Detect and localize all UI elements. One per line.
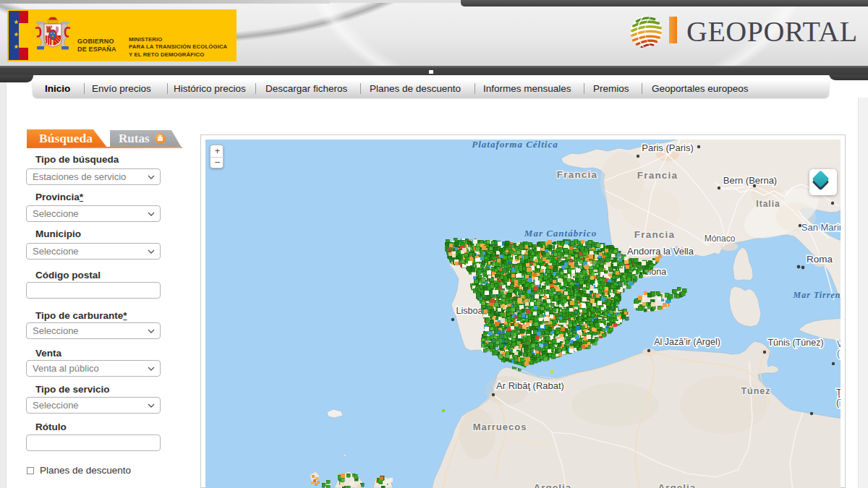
svg-text:Tūnis (Túnez): Tūnis (Túnez) bbox=[767, 338, 823, 348]
svg-text:Paris (Paris): Paris (Paris) bbox=[642, 142, 694, 153]
svg-text:Argelia: Argelia bbox=[534, 482, 572, 488]
svg-text:Mar Cantábrico: Mar Cantábrico bbox=[524, 228, 597, 239]
svg-text:Mónaco: Mónaco bbox=[705, 234, 736, 244]
svg-text:Ar Ribāţ (Rabat): Ar Ribāţ (Rabat) bbox=[496, 380, 564, 391]
svg-text:Italia: Italia bbox=[756, 199, 780, 209]
svg-text:Túnez: Túnez bbox=[741, 386, 770, 396]
svg-text:San Marino: San Marino bbox=[801, 222, 841, 233]
svg-text:(La Valletta): (La Valletta) bbox=[837, 348, 841, 359]
svg-text:Valletta: Valletta bbox=[837, 339, 841, 349]
svg-text:Al Jazā’ir (Argel): Al Jazā’ir (Argel) bbox=[654, 337, 720, 347]
svg-text:Francia: Francia bbox=[557, 169, 597, 180]
svg-text:Roma: Roma bbox=[807, 254, 833, 265]
svg-text:Francia: Francia bbox=[634, 229, 675, 240]
svg-text:(Trípoli): (Trípoli) bbox=[836, 398, 841, 408]
svg-text:Mar Tirreno: Mar Tirreno bbox=[793, 290, 841, 300]
svg-text:Bern (Berna): Bern (Berna) bbox=[723, 175, 777, 186]
svg-text:Argelia: Argelia bbox=[658, 482, 697, 488]
svg-text:Francia: Francia bbox=[637, 170, 678, 181]
svg-text:Ţarābulus: Ţarābulus bbox=[836, 388, 841, 398]
svg-text:Lisboa: Lisboa bbox=[456, 306, 483, 316]
svg-text:Marruecos: Marruecos bbox=[473, 421, 527, 432]
svg-text:Plataforma Céltica: Plataforma Céltica bbox=[472, 140, 558, 150]
